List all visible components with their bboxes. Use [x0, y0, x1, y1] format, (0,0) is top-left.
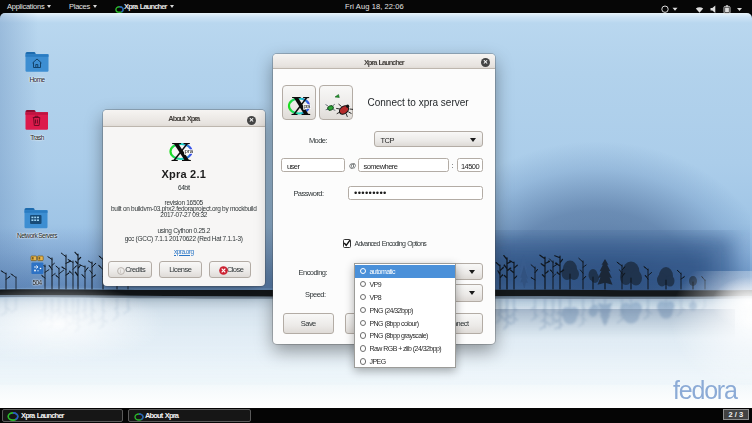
svg-text:pra: pra: [184, 148, 193, 154]
svg-text:pra: pra: [303, 103, 311, 109]
svg-text:i: i: [120, 268, 121, 274]
